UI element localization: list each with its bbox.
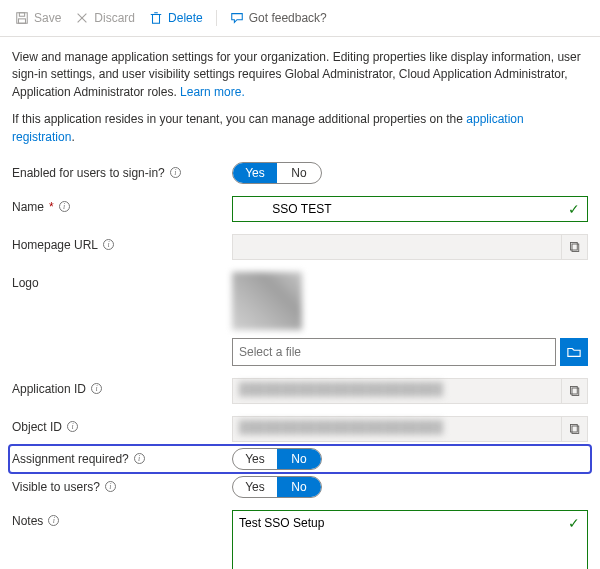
intro2-span: If this application resides in your tena… (12, 112, 466, 126)
toggle-visible-no[interactable]: No (277, 477, 321, 497)
save-icon (15, 11, 29, 25)
toggle-visible[interactable]: Yes No (232, 476, 322, 498)
intro2b-span: . (71, 130, 74, 144)
label-object-id: Object ID (12, 420, 62, 434)
info-icon[interactable]: i (134, 453, 145, 464)
copy-icon[interactable] (561, 379, 587, 403)
label-homepage: Homepage URL (12, 238, 98, 252)
app-id-readonly: ████████████████████████ (232, 378, 588, 404)
info-icon[interactable]: i (59, 201, 70, 212)
toggle-visible-yes[interactable]: Yes (233, 477, 277, 497)
delete-label: Delete (168, 11, 203, 25)
copy-icon[interactable] (561, 235, 587, 259)
delete-icon (149, 11, 163, 25)
row-enabled: Enabled for users to sign-in? i Yes No (12, 156, 588, 190)
row-homepage: Homepage URL i (12, 228, 588, 266)
row-visible: Visible to users? i Yes No (12, 470, 588, 504)
intro-text-2: If this application resides in your tena… (12, 111, 588, 146)
svg-rect-5 (153, 15, 160, 24)
row-name: Name * i ✓ (12, 190, 588, 228)
save-label: Save (34, 11, 61, 25)
feedback-button[interactable]: Got feedback? (225, 8, 332, 28)
discard-label: Discard (94, 11, 135, 25)
copy-icon[interactable] (561, 417, 587, 441)
feedback-icon (230, 11, 244, 25)
info-icon[interactable]: i (103, 239, 114, 250)
info-icon[interactable]: i (170, 167, 181, 178)
info-icon[interactable]: i (67, 421, 78, 432)
homepage-readonly (232, 234, 588, 260)
toggle-assignment[interactable]: Yes No (232, 448, 322, 470)
toggle-assignment-no[interactable]: No (277, 449, 321, 469)
label-name: Name (12, 200, 44, 214)
label-visible: Visible to users? (12, 480, 100, 494)
file-select-input[interactable] (232, 338, 556, 366)
command-bar: Save Discard Delete Got feedback? (0, 0, 600, 37)
feedback-label: Got feedback? (249, 11, 327, 25)
toolbar-divider (216, 10, 217, 26)
info-icon[interactable]: i (48, 515, 59, 526)
info-icon[interactable]: i (91, 383, 102, 394)
notes-textarea[interactable] (232, 510, 588, 569)
toggle-enabled-yes[interactable]: Yes (233, 163, 277, 183)
learn-more-link[interactable]: Learn more. (180, 85, 245, 99)
valid-check-icon: ✓ (568, 515, 580, 531)
logo-thumbnail (232, 272, 302, 330)
toggle-enabled-no[interactable]: No (277, 163, 321, 183)
intro-text-1: View and manage application settings for… (12, 49, 588, 101)
info-icon[interactable]: i (105, 481, 116, 492)
label-enabled: Enabled for users to sign-in? (12, 166, 165, 180)
toggle-assignment-yes[interactable]: Yes (233, 449, 277, 469)
name-input[interactable] (232, 196, 588, 222)
svg-rect-1 (19, 13, 24, 17)
folder-icon (567, 345, 581, 359)
row-object-id: Object ID i ████████████████████████ (12, 410, 588, 448)
content-area: View and manage application settings for… (0, 37, 600, 569)
row-notes: Notes i ✓ (12, 504, 588, 569)
label-logo: Logo (12, 276, 39, 290)
discard-icon (75, 11, 89, 25)
discard-button: Discard (70, 8, 140, 28)
browse-button[interactable] (560, 338, 588, 366)
label-app-id: Application ID (12, 382, 86, 396)
required-asterisk: * (49, 200, 54, 214)
valid-check-icon: ✓ (568, 201, 580, 217)
svg-rect-2 (19, 19, 26, 23)
row-app-id: Application ID i ███████████████████████… (12, 372, 588, 410)
object-id-value: ████████████████████████ (239, 420, 443, 434)
label-assignment: Assignment required? (12, 452, 129, 466)
row-logo: Logo (12, 266, 588, 372)
save-button: Save (10, 8, 66, 28)
label-notes: Notes (12, 514, 43, 528)
intro-span: View and manage application settings for… (12, 50, 581, 99)
delete-button[interactable]: Delete (144, 8, 208, 28)
object-id-readonly: ████████████████████████ (232, 416, 588, 442)
app-id-value: ████████████████████████ (239, 382, 443, 396)
toggle-enabled[interactable]: Yes No (232, 162, 322, 184)
